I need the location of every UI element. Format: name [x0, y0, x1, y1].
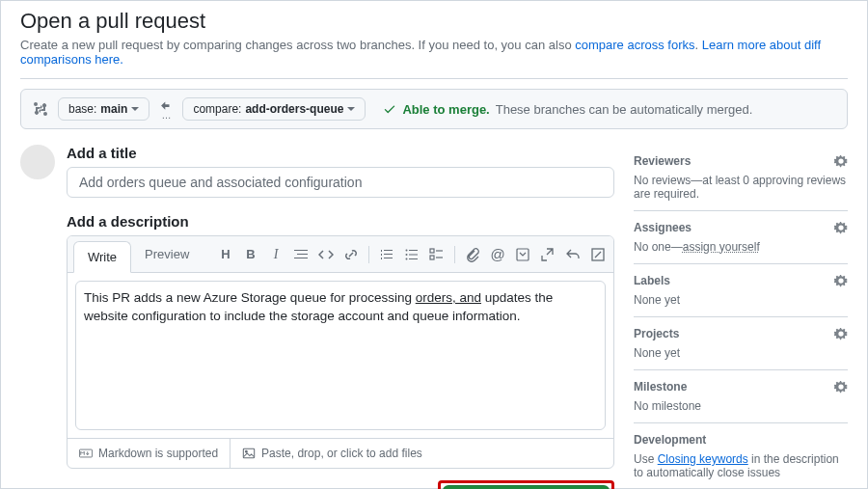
compare-icon — [33, 101, 48, 117]
description-textarea[interactable]: This PR adds a new Azure Storage queue f… — [75, 281, 606, 430]
svg-point-2 — [406, 258, 408, 259]
arrow-left-icon: … — [159, 100, 173, 118]
reply-icon[interactable] — [565, 247, 581, 262]
projects-title: Projects — [634, 327, 679, 340]
assignees-body: No one—assign yourself — [634, 240, 848, 254]
unordered-list-icon[interactable] — [404, 247, 420, 262]
compare-forks-link[interactable]: compare across forks — [575, 38, 694, 52]
tab-preview[interactable]: Preview — [131, 239, 203, 269]
description-editor: Write Preview H B I — [67, 235, 614, 469]
check-icon — [383, 102, 396, 116]
compare-branch-selector[interactable]: compare: add-orders-queue — [182, 97, 366, 121]
svg-point-9 — [246, 450, 248, 452]
highlight-box: Create pull request — [438, 480, 614, 489]
caret-down-icon — [347, 107, 355, 111]
ordered-list-icon[interactable] — [379, 247, 394, 262]
page-title: Open a pull request — [20, 9, 848, 34]
cross-reference-icon[interactable] — [540, 247, 556, 262]
milestone-body: No milestone — [634, 399, 848, 413]
attach-files-note[interactable]: Paste, drop, or click to add files — [231, 439, 434, 468]
caret-down-icon — [131, 107, 139, 111]
projects-body: None yet — [634, 346, 848, 360]
pr-title-input[interactable] — [67, 167, 614, 198]
link-icon[interactable] — [343, 247, 359, 262]
reviewers-body: No reviews—at least 0 approving reviews … — [634, 174, 848, 201]
description-label: Add a description — [67, 213, 614, 230]
svg-rect-8 — [243, 448, 254, 458]
page-subtitle: Create a new pull request by comparing c… — [20, 38, 848, 67]
svg-rect-5 — [517, 249, 529, 260]
gear-icon[interactable] — [834, 221, 848, 234]
labels-title: Labels — [634, 274, 670, 287]
svg-point-1 — [406, 254, 408, 256]
assign-yourself-link[interactable]: assign yourself — [683, 240, 760, 254]
svg-rect-3 — [430, 249, 434, 253]
attach-icon[interactable] — [465, 247, 480, 262]
svg-rect-7 — [79, 449, 92, 457]
markdown-icon — [79, 447, 93, 460]
development-body: Use Closing keywords in the description … — [634, 452, 848, 479]
reviewers-title: Reviewers — [634, 154, 691, 168]
heading-icon[interactable]: H — [218, 247, 233, 262]
mention-icon[interactable]: @ — [490, 247, 505, 262]
gear-icon[interactable] — [834, 154, 848, 168]
saved-reply-icon[interactable] — [515, 247, 530, 262]
branch-compare-bar: base: main … compare: add-orders-queue A… — [20, 89, 848, 129]
labels-body: None yet — [634, 293, 848, 307]
task-list-icon[interactable] — [429, 247, 445, 262]
image-icon — [242, 447, 256, 460]
create-pull-request-button[interactable]: Create pull request — [443, 485, 610, 489]
gear-icon[interactable] — [834, 380, 848, 394]
svg-point-0 — [406, 249, 408, 251]
gear-icon[interactable] — [834, 327, 848, 340]
quote-icon[interactable] — [293, 247, 309, 262]
milestone-title: Milestone — [634, 380, 687, 394]
markdown-supported-note[interactable]: Markdown is supported — [68, 439, 231, 468]
merge-status: Able to merge. These branches can be aut… — [383, 102, 752, 117]
gear-icon[interactable] — [834, 274, 848, 287]
bold-icon[interactable]: B — [243, 247, 258, 262]
tab-write[interactable]: Write — [73, 241, 131, 273]
development-title: Development — [634, 433, 706, 447]
base-branch-selector[interactable]: base: main — [58, 97, 149, 121]
fullscreen-icon[interactable] — [590, 247, 606, 262]
closing-keywords-link[interactable]: Closing keywords — [658, 452, 748, 466]
assignees-title: Assignees — [634, 221, 692, 234]
italic-icon[interactable]: I — [268, 247, 284, 262]
svg-rect-4 — [430, 256, 434, 259]
title-label: Add a title — [67, 145, 614, 161]
avatar — [20, 145, 55, 179]
code-icon[interactable] — [318, 247, 334, 262]
